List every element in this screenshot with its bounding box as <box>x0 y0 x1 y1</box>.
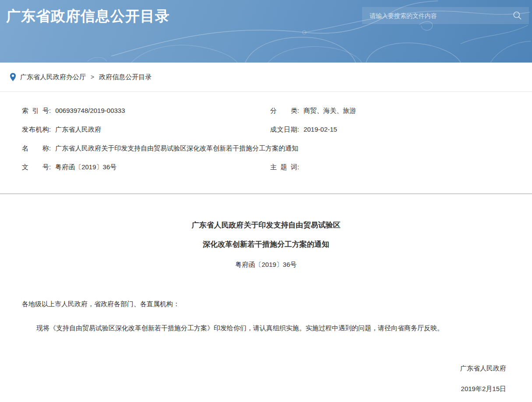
site-title: 广东省政府信息公开目录 <box>6 7 170 26</box>
meta-row-index-category: 索引号: 006939748/2019-00333 分类: 商贸、海关、旅游 <box>22 107 532 115</box>
search-box <box>362 7 529 24</box>
meta-publisher-label: 发布机构 <box>22 126 49 134</box>
location-pin-icon <box>10 73 16 81</box>
document-salutation: 各地级以上市人民政府，省政府各部门、各直属机构： <box>0 300 532 308</box>
meta-index-label: 索引号 <box>22 107 49 115</box>
page-header: 广东省政府信息公开目录 <box>0 0 532 63</box>
meta-row-publisher-date: 发布机构: 广东省人民政府 成文日期: 2019-02-15 <box>22 126 532 133</box>
meta-keywords: 主题词: <box>270 163 532 171</box>
document-paragraph: 现将《支持自由贸易试验区深化改革创新若干措施分工方案》印发给你们，请认真组织实施… <box>0 324 532 332</box>
breadcrumb-parent[interactable]: 广东省人民政府办公厅 <box>20 73 86 81</box>
meta-row-name: 名称: 广东省人民政府关于印发支持自由贸易试验区深化改革创新若干措施分工方案的通… <box>22 144 532 152</box>
document-sign-date: 2019年2月15日 <box>0 385 532 393</box>
meta-issue-date-value: 2019-02-15 <box>303 126 337 133</box>
meta-row-docno-keywords: 文号: 粤府函〔2019〕36号 主题词: <box>22 163 532 171</box>
document-title-line2: 深化改革创新若干措施分工方案的通知 <box>0 241 532 248</box>
search-icon <box>513 11 522 20</box>
meta-doc-number-label: 文号 <box>22 163 49 171</box>
meta-issue-date: 成文日期: 2019-02-15 <box>270 126 532 134</box>
breadcrumb: 广东省人民政府办公厅 > 政府信息公开目录 <box>0 63 532 92</box>
document-metadata: 索引号: 006939748/2019-00333 分类: 商贸、海关、旅游 发… <box>0 92 532 194</box>
search-input[interactable] <box>362 7 511 24</box>
breadcrumb-separator: > <box>91 73 94 80</box>
document-content: 广东省人民政府关于印发支持自由贸易试验区 深化改革创新若干措施分工方案的通知 粤… <box>0 194 532 393</box>
meta-category-label: 分类 <box>270 107 297 115</box>
document-issuer: 广东省人民政府 <box>0 364 532 372</box>
meta-name-value: 广东省人民政府关于印发支持自由贸易试验区深化改革创新若干措施分工方案的通知 <box>55 144 298 153</box>
meta-publisher-value: 广东省人民政府 <box>55 126 101 134</box>
meta-category-value: 商贸、海关、旅游 <box>303 107 356 115</box>
meta-doc-number-value: 粤府函〔2019〕36号 <box>55 163 116 171</box>
meta-index-value: 006939748/2019-00333 <box>55 107 125 114</box>
meta-issue-date-label: 成文日期 <box>270 126 297 134</box>
document-number: 粤府函〔2019〕36号 <box>0 261 532 269</box>
meta-publisher: 发布机构: 广东省人民政府 <box>22 126 270 134</box>
document-title-line1: 广东省人民政府关于印发支持自由贸易试验区 <box>0 221 532 229</box>
breadcrumb-current[interactable]: 政府信息公开目录 <box>99 73 151 81</box>
meta-category: 分类: 商贸、海关、旅游 <box>270 107 532 115</box>
meta-keywords-label: 主题词 <box>270 163 297 171</box>
meta-name: 名称: 广东省人民政府关于印发支持自由贸易试验区深化改革创新若干措施分工方案的通… <box>22 144 532 153</box>
search-button[interactable] <box>511 7 529 24</box>
meta-index: 索引号: 006939748/2019-00333 <box>22 107 270 115</box>
meta-doc-number: 文号: 粤府函〔2019〕36号 <box>22 163 270 171</box>
meta-name-label: 名称 <box>22 144 49 153</box>
